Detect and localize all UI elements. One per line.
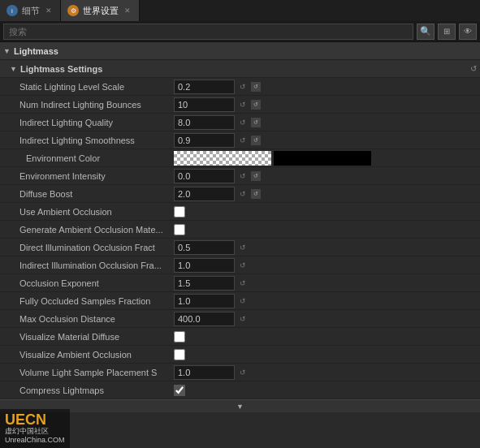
prop-row-compress-lightmaps: Compress Lightmaps	[0, 381, 480, 399]
prop-label-indirect-quality: Indirect Lighting Quality	[3, 118, 174, 127]
search-input[interactable]	[3, 24, 413, 40]
prop-row-occlusion-exponent: Occlusion Exponent ↺	[0, 274, 480, 292]
prop-row-use-ambient-occlusion: Use Ambient Occlusion	[0, 203, 480, 221]
input-max-occlusion[interactable]	[174, 312, 235, 326]
prop-row-diffuse-boost: Diffuse Boost ↺ ↺	[0, 185, 480, 203]
watermark-logo: UECN	[5, 412, 65, 427]
lightmass-arrow: ▼	[3, 47, 11, 55]
prop-value-gen-ambient-occlusion	[174, 224, 477, 235]
prop-label-static-lighting-scale: Static Lighting Level Scale	[3, 82, 174, 92]
watermark-line1: 虚幻中国社区	[5, 427, 65, 436]
reset-diffuse-boost[interactable]: ↺	[237, 188, 249, 200]
reset-max-occlusion[interactable]: ↺	[237, 313, 249, 325]
prop-label-gen-ambient-occlusion: Generate Ambient Occlusion Mate...	[3, 225, 174, 235]
reset2-diffuse-boost[interactable]: ↺	[251, 189, 261, 199]
prop-label-use-ambient-occlusion: Use Ambient Occlusion	[3, 207, 174, 217]
reset-static-lighting-scale[interactable]: ↺	[237, 81, 249, 93]
input-indirect-bounces[interactable]	[174, 97, 235, 112]
input-occlusion-exponent[interactable]	[174, 276, 235, 291]
prop-label-indirect-illum-fra: Indirect Illumination Occlusion Fra...	[3, 261, 174, 270]
prop-value-compress-lightmaps	[174, 385, 477, 396]
reset-indirect-smoothness[interactable]: ↺	[237, 135, 249, 146]
checkbox-compress-lightmaps[interactable]	[174, 385, 185, 396]
prop-value-static-lighting-scale: ↺ ↺	[174, 80, 477, 94]
prop-value-env-intensity: ↺ ↺	[174, 169, 477, 183]
prop-value-env-color	[174, 151, 477, 166]
prop-value-indirect-illum-fra: ↺	[174, 258, 477, 273]
prop-label-viz-material-diffuse: Visualize Material Diffuse	[3, 332, 174, 342]
prop-value-indirect-quality: ↺ ↺	[174, 115, 477, 130]
lightmass-settings-header[interactable]: ▼ Lightmass Settings ↺	[0, 60, 480, 78]
reset2-indirect-bounces[interactable]: ↺	[251, 100, 261, 110]
input-indirect-quality[interactable]	[174, 115, 235, 130]
reset-indirect-quality[interactable]: ↺	[237, 117, 249, 128]
reset2-env-intensity[interactable]: ↺	[251, 171, 261, 181]
input-diffuse-boost[interactable]	[174, 187, 235, 201]
reset2-indirect-smoothness[interactable]: ↺	[251, 136, 261, 145]
reset-volume-light-sample[interactable]: ↺	[237, 367, 249, 378]
prop-value-fully-occluded: ↺	[174, 294, 477, 308]
lightmass-settings-title: Lightmass Settings	[20, 64, 102, 74]
reset2-static-lighting-scale[interactable]: ↺	[251, 82, 261, 92]
prop-label-volume-light-sample: Volume Light Sample Placement S	[3, 368, 174, 377]
prop-row-indirect-smoothness: Indirect Lighting Smoothness ↺ ↺	[0, 131, 480, 149]
eye-view-btn[interactable]: 👁	[459, 24, 477, 40]
lightmass-title: Lightmass	[14, 46, 58, 56]
lightmass-settings-reset[interactable]: ↺	[470, 64, 477, 73]
prop-row-gen-ambient-occlusion: Generate Ambient Occlusion Mate...	[0, 221, 480, 239]
input-direct-illum-fract[interactable]	[174, 240, 235, 255]
tab-world[interactable]: ⚙ 世界设置 ✕	[61, 0, 140, 21]
search-icon-btn[interactable]: 🔍	[417, 24, 435, 40]
lightmass-section-header[interactable]: ▼ Lightmass	[0, 42, 480, 60]
color-black-preview[interactable]	[274, 151, 371, 166]
watermark-line2: UnrealChina.COM	[5, 436, 65, 445]
reset-occlusion-exponent[interactable]: ↺	[237, 278, 249, 289]
prop-row-max-occlusion: Max Occlusion Distance ↺	[0, 310, 480, 328]
tab-detail[interactable]: i 细节 ✕	[0, 0, 61, 21]
input-fully-occluded[interactable]	[174, 294, 235, 308]
prop-row-viz-ambient-occlusion: Visualize Ambient Occlusion	[0, 346, 480, 364]
scroll-down-btn[interactable]: ▼	[0, 399, 480, 412]
prop-label-max-occlusion: Max Occlusion Distance	[3, 314, 174, 324]
prop-value-indirect-bounces: ↺ ↺	[174, 97, 477, 112]
prop-label-indirect-bounces: Num Indirect Lighting Bounces	[3, 100, 174, 110]
checkbox-viz-material-diffuse[interactable]	[174, 331, 185, 342]
reset-indirect-bounces[interactable]: ↺	[237, 99, 249, 110]
watermark-text: 虚幻中国社区 UnrealChina.COM	[5, 427, 65, 445]
tab-detail-close[interactable]: ✕	[44, 6, 54, 15]
prop-value-volume-light-sample: ↺	[174, 365, 477, 380]
prop-label-env-color: Environment Color	[3, 153, 174, 163]
input-indirect-smoothness[interactable]	[174, 133, 235, 148]
lightmass-settings-arrow: ▼	[10, 65, 17, 73]
reset-direct-illum-fract[interactable]: ↺	[237, 242, 249, 253]
input-env-intensity[interactable]	[174, 169, 235, 183]
prop-row-fully-occluded: Fully Occluded Samples Fraction ↺	[0, 292, 480, 310]
prop-label-indirect-smoothness: Indirect Lighting Smoothness	[3, 136, 174, 145]
checkbox-use-ambient-occlusion[interactable]	[174, 206, 185, 218]
prop-row-indirect-quality: Indirect Lighting Quality ↺ ↺	[0, 114, 480, 131]
reset-env-intensity[interactable]: ↺	[237, 170, 249, 182]
reset-fully-occluded[interactable]: ↺	[237, 295, 249, 307]
checkbox-viz-ambient-occlusion[interactable]	[174, 349, 185, 360]
checkbox-gen-ambient-occlusion[interactable]	[174, 224, 185, 235]
tab-world-close[interactable]: ✕	[123, 6, 132, 15]
prop-row-volume-light-sample: Volume Light Sample Placement S ↺	[0, 364, 480, 381]
tab-detail-label: 细节	[22, 5, 40, 17]
color-checker-preview[interactable]	[174, 151, 271, 166]
prop-label-occlusion-exponent: Occlusion Exponent	[3, 278, 174, 288]
prop-row-direct-illum-fract: Direct Illumination Occlusion Fract ↺	[0, 239, 480, 256]
grid-view-btn[interactable]: ⊞	[438, 24, 456, 40]
input-static-lighting-scale[interactable]	[174, 80, 235, 94]
input-volume-light-sample[interactable]	[174, 365, 235, 380]
tab-detail-icon: i	[6, 5, 18, 16]
prop-value-max-occlusion: ↺	[174, 312, 477, 326]
tab-world-label: 世界设置	[83, 5, 119, 17]
input-indirect-illum-fra[interactable]	[174, 258, 235, 273]
prop-row-viz-material-diffuse: Visualize Material Diffuse	[0, 328, 480, 346]
prop-label-direct-illum-fract: Direct Illumination Occlusion Fract	[3, 243, 174, 252]
reset-indirect-illum-fra[interactable]: ↺	[237, 260, 249, 271]
prop-label-fully-occluded: Fully Occluded Samples Fraction	[3, 296, 174, 306]
watermark: UECN 虚幻中国社区 UnrealChina.COM	[0, 409, 70, 448]
prop-label-compress-lightmaps: Compress Lightmaps	[3, 386, 174, 395]
reset2-indirect-quality[interactable]: ↺	[251, 118, 261, 127]
